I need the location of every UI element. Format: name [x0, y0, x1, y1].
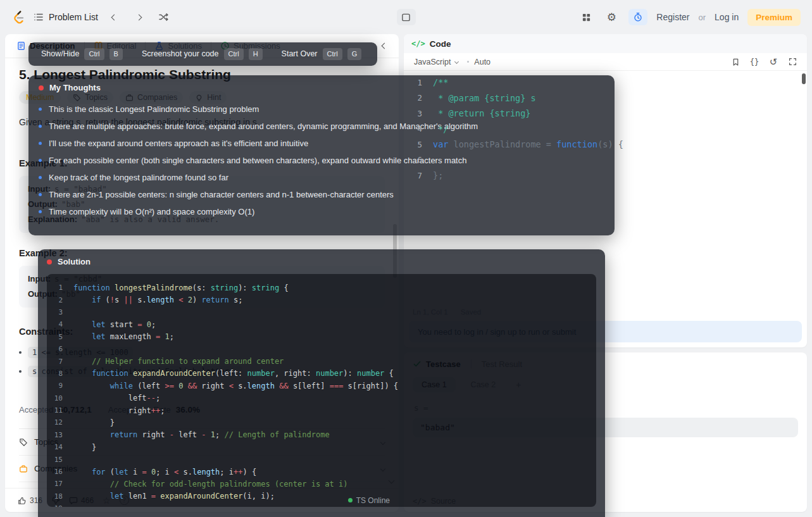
- leetcode-logo-icon[interactable]: [11, 9, 25, 25]
- reset-code-button[interactable]: [765, 54, 782, 70]
- solution-panel: Solution 1function longestPalindrome(s: …: [38, 249, 605, 517]
- shuffle-icon: [158, 12, 169, 22]
- chevron-left-icon: [111, 14, 118, 20]
- keycap: B: [109, 48, 123, 59]
- login-link[interactable]: Log in: [715, 12, 739, 22]
- online-status-label: TS Online: [356, 496, 390, 505]
- editor-toolbar: JavaScript Auto: [404, 53, 807, 71]
- problem-list-button[interactable]: Problem List: [34, 12, 98, 22]
- register-link[interactable]: Register: [656, 12, 689, 22]
- keycap: Ctrl: [84, 48, 104, 59]
- auto-toggle[interactable]: Auto: [474, 58, 490, 66]
- bookmark-icon: [732, 58, 740, 66]
- overlay-hotkey-toolbar: Show/Hide Ctrl B Screenshot your code Ct…: [28, 42, 377, 66]
- language-label: JavaScript: [414, 58, 451, 66]
- gear-icon: [607, 11, 616, 24]
- braces-icon: [750, 57, 759, 66]
- show-hide-hotkey[interactable]: Show/Hide Ctrl B: [41, 48, 123, 59]
- top-navigation: Problem List Register or: [0, 0, 812, 34]
- collapse-panel-button[interactable]: [376, 38, 392, 54]
- red-dot-icon: [47, 259, 52, 265]
- keycap: Ctrl: [323, 48, 342, 59]
- my-thoughts-title: My Thoughts: [49, 83, 101, 92]
- document-icon: [16, 41, 26, 51]
- solution-code-lines: 1function longestPalindrome(s: string): …: [47, 274, 596, 507]
- hotkey-label: Screenshot your code: [142, 49, 219, 58]
- online-status: TS Online: [348, 496, 390, 505]
- auth-or-text: or: [699, 13, 706, 22]
- prev-problem-button[interactable]: [106, 9, 123, 25]
- fullscreen-button[interactable]: [784, 54, 801, 70]
- hotkey-label: Start Over: [282, 49, 318, 58]
- keycap: G: [347, 48, 362, 59]
- stopwatch-icon: [633, 12, 643, 22]
- start-over-hotkey[interactable]: Start Over Ctrl G: [282, 48, 362, 59]
- grid-icon: [582, 13, 591, 22]
- layout-icon: [401, 13, 411, 22]
- solution-title: Solution: [58, 257, 91, 266]
- thought-item: Time complexity will be O(n²) and space …: [39, 203, 604, 220]
- keycap: H: [249, 48, 263, 59]
- tag-icon: [19, 438, 28, 447]
- briefcase-icon: [19, 464, 28, 473]
- red-dot-icon: [39, 85, 44, 90]
- bookmark-button[interactable]: [727, 54, 744, 70]
- dot-separator: [467, 61, 469, 63]
- apps-grid-button[interactable]: [578, 9, 594, 25]
- undo-icon: [770, 56, 778, 68]
- language-selector[interactable]: JavaScript: [410, 56, 462, 68]
- format-code-button[interactable]: [746, 54, 763, 70]
- hotkey-label: Show/Hide: [41, 49, 79, 58]
- next-problem-button[interactable]: [131, 9, 147, 25]
- chevron-down-icon: [454, 59, 459, 64]
- layout-switcher-button[interactable]: [397, 9, 416, 25]
- thumbs-up-icon: [18, 496, 27, 505]
- code-panel-header: Code: [404, 34, 807, 53]
- editor-code-lines: 1/**2 * @param {string} s3 * @return {st…: [404, 75, 807, 184]
- chevron-right-icon: [136, 14, 142, 20]
- list-icon: [34, 12, 44, 22]
- chevron-left-icon: [381, 43, 387, 49]
- code-icon: [411, 39, 425, 48]
- code-panel-title: Code: [430, 39, 451, 49]
- screenshot-code-hotkey[interactable]: Screenshot your code Ctrl H: [142, 48, 263, 59]
- random-problem-button[interactable]: [156, 9, 172, 25]
- problem-list-label: Problem List: [49, 12, 98, 22]
- keycap: Ctrl: [224, 48, 244, 59]
- settings-button[interactable]: [603, 9, 620, 25]
- solution-header: Solution: [47, 257, 596, 266]
- timer-button[interactable]: [628, 9, 647, 25]
- editor-scrollbar[interactable]: [802, 73, 806, 84]
- premium-button[interactable]: Premium: [747, 9, 801, 26]
- expand-icon: [789, 58, 797, 66]
- thought-item: There are 2n-1 possible centers: n singl…: [39, 186, 604, 203]
